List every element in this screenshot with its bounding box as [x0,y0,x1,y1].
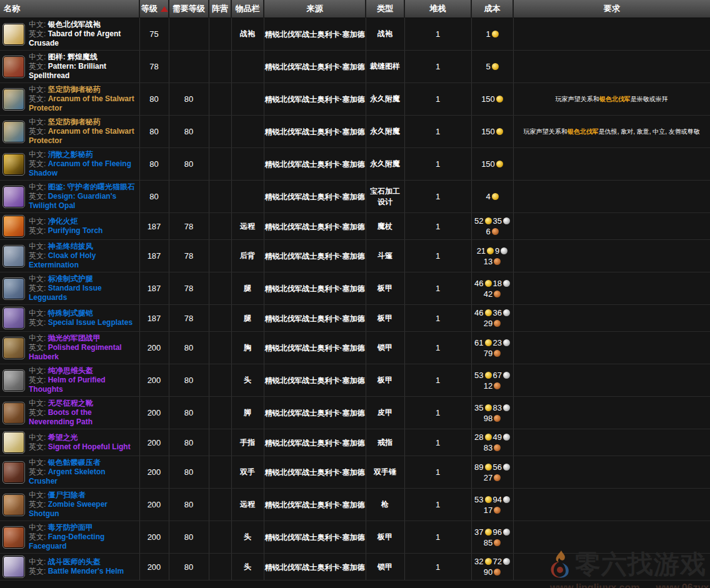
vendor-link[interactable]: 精锐北伐军战士奥利卡·塞加德 [265,192,365,201]
column-header-stack[interactable]: 堆栈 [404,0,471,18]
column-header-cost[interactable]: 成本 [471,0,513,18]
column-header-requirement[interactable]: 要求 [513,0,710,18]
faction-reputation-link[interactable]: 银色北伐军 [568,128,599,135]
item-name-text: 中文: 神圣终结披风英文: Cloak of Holy Exterminatio… [29,242,136,270]
item-name-cn-link[interactable]: 纯净思维头盔 [48,366,93,375]
vendor-link[interactable]: 精锐北伐军战士奥利卡·塞加德 [265,284,365,293]
vendor-link[interactable]: 精锐北伐军战士奥利卡·塞加德 [265,30,365,39]
legguards-icon[interactable] [2,277,25,300]
item-name-cn-link[interactable]: 银色骷髅碾压者 [48,458,101,467]
column-header-name[interactable]: 名称 [0,0,139,18]
tabard-icon[interactable] [2,23,25,46]
cost-silver: 36 [493,307,510,318]
item-name-cell: 中文: 战斗医师的头盔英文: Battle Mender's Helm [0,554,139,581]
item-name-cn-link[interactable]: 特殊制式腿铠 [48,309,93,317]
cost-value: 358398 [473,402,512,424]
item-name-cn-link[interactable]: 坚定防御者秘药 [48,85,101,94]
required-level-cell: 80 [169,489,209,521]
column-header-type[interactable]: 类型 [366,0,404,18]
copper-coin-icon [492,228,499,235]
item-name-cn-link[interactable]: 图样: 辉煌魔线 [48,52,98,61]
item-name-text: 中文: 银色骷髅碾压者英文: Argent Skeleton Crusher [29,458,136,486]
item-name-cn-link[interactable]: 战斗医师的头盔 [48,557,101,566]
vendor-link[interactable]: 精锐北伐军战士奥利卡·塞加德 [265,439,365,447]
cn-label: 中文: [29,399,48,407]
item-name-en-link[interactable]: Signet of Hopeful Light [48,442,131,451]
item-name-en-link[interactable]: Special Issue Legplates [48,318,132,327]
table-row: 中文: 抛光的军团战甲英文: Polished Regimental Haube… [0,332,710,364]
cn-label: 中文: [29,491,48,499]
pattern-scroll-icon[interactable] [2,56,25,78]
vendor-link[interactable]: 精锐北伐军战士奥利卡·塞加德 [265,62,365,71]
item-name-en-link[interactable]: Purifying Torch [48,226,103,235]
cost-silver: 96 [493,527,510,537]
column-header-required-level[interactable]: 需要等级 [169,0,209,18]
cost-cell: 150 [471,83,513,116]
item-name-cn-link[interactable]: 消散之影秘药 [48,150,93,159]
torch-icon[interactable] [2,215,25,237]
stack-cell: 1 [404,18,471,51]
faction-reputation-link[interactable]: 银色北伐军 [599,96,631,102]
plate-helm-icon[interactable] [2,369,25,392]
vendor-link[interactable]: 精锐北伐军战士奥利卡·塞加德 [265,501,365,509]
en-label: 英文: [29,442,48,451]
vendor-link[interactable]: 精锐北伐军战士奥利卡·塞加德 [265,95,365,104]
helm-icon[interactable] [2,556,25,578]
vendor-link[interactable]: 精锐北伐军战士奥利卡·塞加德 [265,468,365,477]
vendor-link[interactable]: 精锐北伐军战士奥利卡·塞加德 [265,376,365,385]
type-cell: 锁甲 [366,554,404,581]
column-header-level[interactable]: 等级 [139,0,169,18]
item-name-cn-link[interactable]: 毒牙防护面甲 [48,523,93,532]
legplates-icon[interactable] [2,307,25,329]
armor-vest-icon[interactable] [2,121,25,143]
requirement-cell [513,305,710,332]
cloak-icon[interactable] [2,245,25,267]
sort-ascending-icon [161,6,168,12]
item-name-cn-link[interactable]: 标准制式护腿 [48,274,93,283]
gold-coin-icon [485,464,492,471]
cn-label: 中文: [29,458,48,467]
cost-copper-amount: 29 [484,318,492,329]
shotgun-icon[interactable] [2,494,25,516]
faction-cell [209,116,231,148]
column-header-source[interactable]: 来源 [264,0,366,18]
item-name-block: 中文: 标准制式护腿英文: Standard Issue Legguards [1,274,138,302]
item-name-cn-link[interactable]: 净化火炬 [48,217,78,226]
faction-cell [209,456,231,489]
vendor-link[interactable]: 精锐北伐军战士奥利卡·塞加德 [265,563,365,572]
item-name-cn-link[interactable]: 坚定防御者秘药 [48,117,101,126]
vendor-link[interactable]: 精锐北伐军战士奥利卡·塞加德 [265,533,365,542]
cost-copper-amount: 90 [484,567,492,577]
cost-silver-amount: 72 [493,556,502,567]
design-scroll-icon[interactable] [2,186,25,208]
column-header-faction[interactable]: 阵营 [209,0,231,18]
ring-icon[interactable] [2,431,25,454]
vendor-link[interactable]: 精锐北伐军战士奥利卡·塞加德 [265,222,365,231]
table-header-row: 名称 等级 需要等级 阵营 物品栏 来源 类型 堆栈 成本 要求 [0,0,710,18]
two-hand-mace-icon[interactable] [2,461,25,484]
vendor-link[interactable]: 精锐北伐军战士奥利卡·塞加德 [265,160,365,169]
column-header-slot[interactable]: 物品栏 [231,0,264,18]
faceguard-helm-icon[interactable] [2,526,25,549]
armor-vest-icon[interactable] [2,88,25,111]
chest-armor-icon[interactable] [2,337,25,359]
item-name-cn-link[interactable]: 抛光的军团战甲 [48,334,101,342]
item-name-en-link[interactable]: Battle Mender's Helm [48,567,124,576]
item-name-cn-link[interactable]: 无尽征程之靴 [48,399,93,407]
source-cell: 精锐北伐军战士奥利卡·塞加德 [264,116,366,148]
vendor-link[interactable]: 精锐北伐军战士奥利卡·塞加德 [265,409,365,417]
cost-gold: 150 [481,159,503,169]
vendor-link[interactable]: 精锐北伐军战士奥利卡·塞加德 [265,344,365,352]
vendor-link[interactable]: 精锐北伐军战士奥利卡·塞加德 [265,314,365,323]
vendor-link[interactable]: 精锐北伐军战士奥利卡·塞加德 [265,127,365,136]
item-name-cn-link[interactable]: 神圣终结披风 [48,242,93,251]
vendor-link[interactable]: 精锐北伐军战士奥利卡·塞加德 [265,252,365,261]
shadow-cloak-icon[interactable] [2,153,25,176]
item-name-cn-link[interactable]: 银色北伐军战袍 [48,20,101,29]
item-name-block: 中文: 神圣终结披风英文: Cloak of Holy Exterminatio… [1,242,138,270]
item-name-cn-link[interactable]: 图鉴: 守护者的曙光猫眼石 [48,182,135,191]
type-cell: 双手锤 [366,456,404,489]
item-name-cn-link[interactable]: 希望之光 [48,433,78,442]
boots-icon[interactable] [2,402,25,424]
item-name-cn-link[interactable]: 僵尸扫除者 [48,491,86,499]
